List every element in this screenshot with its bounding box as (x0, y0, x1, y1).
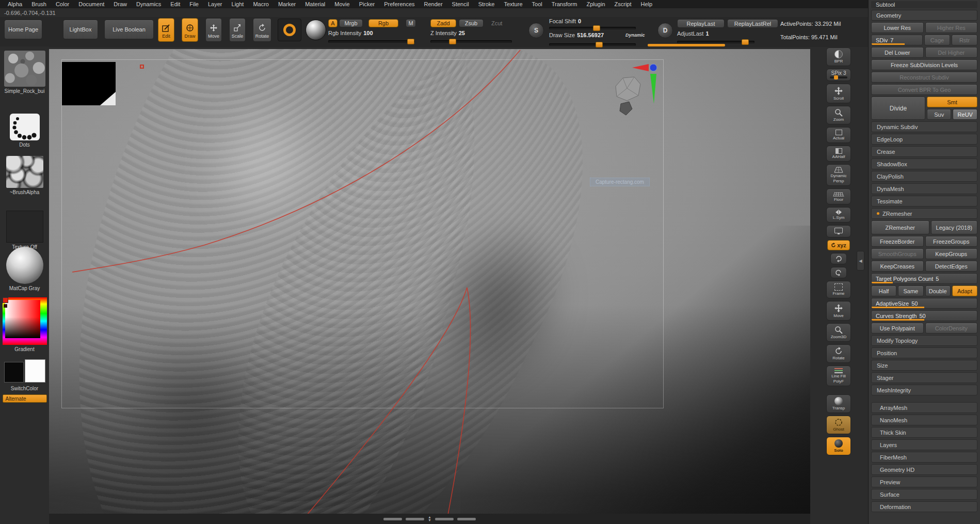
color-a-button[interactable]: A (328, 19, 338, 27)
actual-button[interactable]: Actual (826, 127, 851, 143)
secondary-color-swatch[interactable] (4, 304, 7, 308)
slider-handle[interactable] (596, 42, 603, 47)
move-nav-button[interactable]: Move (826, 301, 851, 321)
smooth-groups-toggle[interactable]: SmoothGroups (871, 248, 924, 259)
menu-item[interactable]: Light (227, 1, 249, 7)
palette-header[interactable]: FiberMesh (871, 452, 977, 463)
menu-item[interactable]: Material (300, 1, 330, 7)
menu-item[interactable]: File (185, 1, 203, 7)
adapt-toggle[interactable]: Adapt (952, 285, 977, 296)
saturation-square[interactable] (5, 300, 40, 338)
suv-toggle[interactable]: Suv (927, 109, 952, 120)
subpalette-header[interactable]: Size (871, 360, 977, 371)
m-button[interactable]: M (406, 19, 416, 27)
subpalette-header[interactable]: Crease (871, 146, 977, 157)
slider-handle[interactable] (742, 39, 749, 45)
freeze-groups-toggle[interactable]: FreezeGroups (925, 236, 978, 247)
local-symmetry-button[interactable]: L.Sym (826, 207, 851, 223)
menu-item[interactable]: Edit (166, 1, 185, 7)
subpalette-header[interactable]: Stager (871, 372, 977, 383)
smt-toggle[interactable]: Smt (927, 97, 977, 107)
subpalette-header[interactable]: MeshIntegrity (871, 385, 977, 395)
menu-item[interactable]: Preferences (379, 1, 419, 7)
spix-slider[interactable]: SPix 3 (826, 69, 851, 81)
slider-handle[interactable] (834, 75, 838, 80)
menu-item[interactable]: Transform (547, 1, 582, 7)
double-button[interactable]: Double (925, 285, 951, 296)
menu-item[interactable]: Stroke (474, 1, 500, 7)
menu-item[interactable]: Zplugin (582, 1, 609, 7)
palette-header[interactable]: NanoMesh (871, 415, 977, 425)
del-higher-button[interactable]: Del Higher (925, 47, 978, 58)
rotate-button[interactable]: Rotate (253, 18, 271, 42)
floor-button[interactable]: Floor (826, 188, 851, 204)
y-axis-arrow[interactable] (650, 74, 656, 104)
scroll-arrows[interactable]: ▲ ▼ (428, 516, 431, 522)
palette-header[interactable]: Surface (871, 489, 977, 500)
color-density-button[interactable]: ColorDensity (925, 323, 978, 334)
panel-collapse-handle[interactable]: ◀ (857, 251, 864, 271)
reuv-button[interactable]: ReUV (953, 109, 977, 120)
bpr-button[interactable]: BPR (826, 47, 851, 66)
mrgb-button[interactable]: Mrgb (339, 19, 363, 27)
replay-last-rel-button[interactable]: ReplayLastRel (727, 19, 778, 28)
scroll-segment[interactable] (435, 518, 454, 520)
dynamic-mode-label[interactable]: Dynamic (625, 33, 645, 38)
current-color-swatch[interactable] (3, 297, 8, 303)
legacy-2018-button[interactable]: Legacy (2018) (931, 220, 977, 234)
scroll-button[interactable]: Scroll (826, 84, 851, 103)
palette-header[interactable]: Layers (871, 439, 977, 450)
use-polypaint-toggle[interactable]: Use Polypaint (871, 323, 924, 334)
rgb-button[interactable]: Rgb (368, 19, 398, 27)
menu-item[interactable]: Color (51, 1, 74, 7)
scroll-down-icon[interactable]: ▼ (428, 519, 431, 522)
move-button[interactable]: Move (205, 18, 222, 42)
rstr-button[interactable]: Rstr (952, 35, 977, 45)
persp-button[interactable]: Dynamic Persp (826, 164, 851, 186)
replay-last-button[interactable]: ReplayLast (677, 19, 725, 28)
spin-left-button[interactable] (830, 253, 847, 264)
zsub-button[interactable]: Zsub (459, 19, 484, 27)
lightbox-button[interactable]: LightBox (63, 20, 98, 39)
spin-right-button[interactable] (830, 267, 847, 278)
focal-shift-slider[interactable] (549, 27, 636, 29)
current-stroke-thumbnail[interactable] (10, 114, 40, 140)
menu-item[interactable]: Zscript (610, 1, 636, 7)
menu-item[interactable]: Alpha (3, 1, 27, 7)
same-button[interactable]: Same (898, 285, 923, 296)
zoom3d-button[interactable]: Zoom3D (826, 323, 851, 342)
palette-header[interactable]: ArrayMesh (871, 402, 977, 413)
freeze-border-toggle[interactable]: FreezeBorder (871, 236, 924, 247)
adjust-last-slider[interactable] (677, 41, 754, 43)
subpalette-header[interactable]: EdgeLoop (871, 134, 977, 145)
alt-color-swatch[interactable] (25, 359, 45, 383)
subpalette-header[interactable]: DynaMesh (871, 183, 977, 194)
menu-item[interactable]: Help (636, 1, 657, 7)
draw-size-slider[interactable] (549, 43, 636, 46)
higher-res-button[interactable]: Higher Res (925, 22, 978, 33)
subpalette-header[interactable]: Modify Topology (871, 335, 977, 346)
current-material-sphere[interactable] (306, 20, 326, 40)
zadd-button[interactable]: Zadd (430, 19, 456, 27)
reconstruct-subdiv-button[interactable]: Reconstruct Subdiv (871, 72, 977, 83)
polyframe-button[interactable]: Line Fill PolyF (826, 366, 851, 386)
curves-strength-slider[interactable]: Curves Strength50 (871, 310, 977, 321)
viewport-canvas[interactable]: Capture-rectang.com (49, 49, 810, 514)
local-transform-button[interactable] (826, 225, 851, 237)
subpalette-header[interactable]: Position (871, 347, 977, 358)
menu-item[interactable]: Layer (203, 1, 227, 7)
subpalette-header[interactable]: Dynamic Subdiv (871, 121, 977, 132)
menu-item[interactable]: Draw (109, 1, 132, 7)
keep-creases-toggle[interactable]: KeepCreases (871, 261, 924, 272)
menu-item[interactable]: Picker (355, 1, 380, 7)
home-page-button[interactable]: Home Page (4, 20, 42, 39)
palette-header[interactable]: Preview (871, 477, 977, 487)
texture-thumbnail[interactable] (6, 211, 43, 243)
draw-badge[interactable]: D (657, 23, 673, 38)
menu-item[interactable]: Movie (330, 1, 354, 7)
menu-item[interactable]: Tool (527, 1, 547, 7)
menu-item[interactable]: Brush (27, 1, 51, 7)
menu-item[interactable]: Document (74, 1, 109, 7)
scroll-segment[interactable] (406, 518, 424, 520)
zcut-button[interactable]: Zcut (491, 20, 502, 26)
